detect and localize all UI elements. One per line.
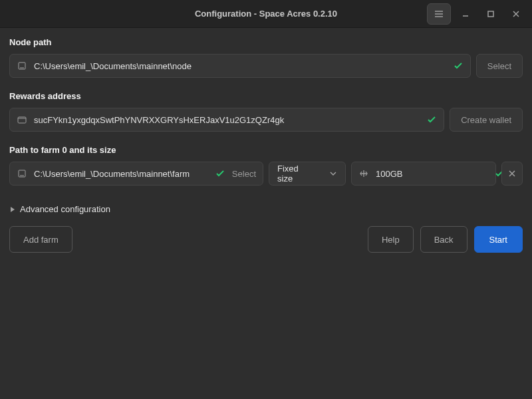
farm-size-field[interactable] <box>351 162 496 186</box>
check-icon <box>215 168 225 179</box>
help-button[interactable]: Help <box>368 226 414 253</box>
remove-farm-button[interactable] <box>501 162 523 186</box>
disk-icon <box>17 61 27 71</box>
farm-path-select-button[interactable]: Select <box>232 169 256 179</box>
minimize-icon <box>461 9 470 19</box>
maximize-icon <box>487 10 495 18</box>
footer-row: Add farm Help Back Start <box>9 226 523 253</box>
farm-section: Path to farm 0 and its size Select Fixed… <box>9 145 523 186</box>
svg-rect-0 <box>488 11 493 17</box>
rewards-input[interactable] <box>34 115 420 125</box>
farm-path-field[interactable]: Select <box>9 162 263 186</box>
node-path-section: Node path Select <box>9 37 523 78</box>
rewards-section: Rewards address Create wallet <box>9 91 523 132</box>
resize-icon <box>358 168 369 179</box>
node-path-select-button[interactable]: Select <box>476 54 523 78</box>
advanced-config-label: Advanced configuration <box>20 204 110 214</box>
node-path-field[interactable] <box>9 54 471 78</box>
farm-label: Path to farm 0 and its size <box>9 145 523 155</box>
node-path-input[interactable] <box>34 61 446 71</box>
window-title: Configuration - Space Acres 0.2.10 <box>195 9 337 19</box>
advanced-config-toggle[interactable]: Advanced configuration <box>9 204 523 214</box>
farm-size-input[interactable] <box>376 169 487 179</box>
start-button[interactable]: Start <box>474 226 523 253</box>
chevron-right-icon <box>9 206 16 213</box>
hamburger-menu-button[interactable] <box>427 3 451 25</box>
add-farm-button[interactable]: Add farm <box>9 226 72 253</box>
check-icon <box>453 61 464 71</box>
disk-icon <box>17 168 27 179</box>
maximize-button[interactable] <box>480 3 501 25</box>
farm-path-input[interactable] <box>34 169 208 179</box>
rewards-field[interactable] <box>9 108 444 132</box>
rewards-label: Rewards address <box>9 91 523 101</box>
create-wallet-button[interactable]: Create wallet <box>450 108 523 132</box>
size-mode-value: Fixed size <box>277 164 313 184</box>
svg-rect-2 <box>18 117 26 123</box>
wallet-icon <box>17 114 27 125</box>
node-path-label: Node path <box>9 37 523 47</box>
hamburger-icon <box>434 9 444 19</box>
back-button[interactable]: Back <box>420 226 467 253</box>
minimize-button[interactable] <box>455 3 476 25</box>
chevron-down-icon <box>329 170 337 178</box>
titlebar: Configuration - Space Acres 0.2.10 <box>0 0 532 28</box>
close-button[interactable] <box>505 3 527 25</box>
check-icon <box>426 114 437 125</box>
size-mode-select[interactable]: Fixed size <box>269 162 346 186</box>
close-icon <box>508 170 516 178</box>
close-icon <box>511 9 521 19</box>
